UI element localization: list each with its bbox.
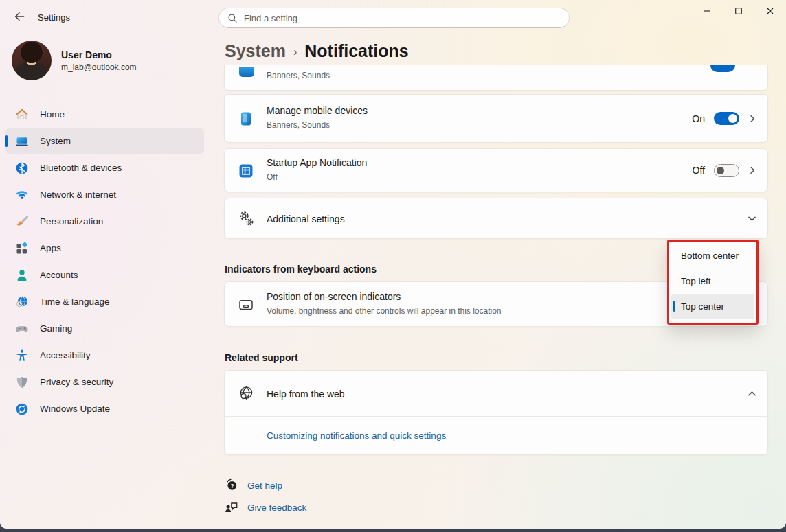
clipped-setting-card[interactable]: Banners, Sounds <box>224 65 768 91</box>
get-help-label: Get help <box>247 481 282 491</box>
give-feedback-label: Give feedback <box>247 502 306 513</box>
sidebar-item-accounts[interactable]: Accounts <box>5 262 204 288</box>
minimize-button[interactable] <box>691 0 723 23</box>
sidebar-item-home[interactable]: Home <box>5 102 204 127</box>
search-icon <box>227 13 238 23</box>
sidebar-item-label: Home <box>40 109 65 119</box>
sidebar-item-label: Windows Update <box>40 404 110 414</box>
toggle-state-label: On <box>692 113 705 124</box>
sidebar-item-accessibility[interactable]: Accessibility <box>5 343 204 368</box>
maximize-button[interactable] <box>723 0 754 23</box>
sidebar-item-label: Gaming <box>40 323 72 334</box>
privacy-shield-icon <box>15 375 29 389</box>
gaming-icon <box>15 322 29 336</box>
dropdown-option-top-left[interactable]: Top left <box>671 268 754 294</box>
minimize-icon <box>703 7 711 17</box>
personalization-icon <box>15 215 29 229</box>
help-from-web-header-row[interactable]: Help from the web <box>225 371 767 417</box>
window-title: Settings <box>38 12 70 23</box>
section-header-indicators: Indicators from keyboard actions <box>225 264 377 275</box>
accessibility-icon <box>15 349 29 362</box>
dropdown-option-label: Bottom center <box>681 251 739 261</box>
time-language-icon <box>15 295 29 309</box>
help-from-web-card: Help from the web Customizing notificati… <box>224 370 768 455</box>
sidebar-item-time-language[interactable]: Time & language <box>5 289 204 314</box>
sidebar-item-gaming[interactable]: Gaming <box>5 316 204 341</box>
network-icon <box>15 188 29 202</box>
additional-settings-row[interactable]: Additional settings <box>224 198 768 239</box>
sidebar-item-label: Bluetooth & devices <box>40 163 122 173</box>
dropdown-option-label: Top center <box>681 301 724 312</box>
chevron-right-icon <box>748 115 756 123</box>
search-box <box>218 8 570 28</box>
home-icon <box>15 108 29 122</box>
sidebar-item-label: Accounts <box>40 270 78 280</box>
windows-update-icon <box>15 402 29 416</box>
setting-title: Help from the web <box>267 389 345 400</box>
sidebar-item-label: Time & language <box>40 297 110 307</box>
sidebar-item-label: Accessibility <box>40 350 91 360</box>
give-feedback-link[interactable]: Give feedback <box>224 500 306 515</box>
sidebar-item-system[interactable]: System <box>5 128 204 154</box>
bluetooth-icon <box>15 161 29 175</box>
sidebar-item-privacy-security[interactable]: Privacy & security <box>5 369 204 395</box>
sidebar-item-label: Privacy & security <box>40 377 113 387</box>
chevron-right-icon <box>748 166 756 174</box>
clipped-app-icon <box>239 67 254 77</box>
annotation-rectangle: Bottom center Top left Top center <box>667 240 759 325</box>
give-feedback-icon <box>224 500 238 515</box>
window-controls <box>691 0 786 23</box>
startup-app-icon <box>238 163 254 182</box>
sidebar-item-windows-update[interactable]: Windows Update <box>5 396 204 421</box>
sidebar-nav: Home System Bluetooth & devices Network … <box>5 100 204 423</box>
system-icon <box>15 135 29 148</box>
startup-app-notification-row[interactable]: Startup App Notification Off Off <box>224 148 768 192</box>
user-profile[interactable]: User Demo m_lab@outlook.com <box>12 41 137 80</box>
mobile-device-icon <box>238 111 254 130</box>
get-help-link[interactable]: ? Get help <box>225 478 282 492</box>
gears-icon <box>238 210 255 230</box>
accounts-icon <box>15 268 29 282</box>
setting-title: Manage mobile devices <box>267 105 368 116</box>
user-avatar <box>12 41 52 80</box>
sidebar-item-label: System <box>40 136 71 146</box>
help-link-customizing-notifications[interactable]: Customizing notifications and quick sett… <box>267 430 446 441</box>
manage-mobile-devices-row[interactable]: Manage mobile devices Banners, Sounds On <box>224 94 768 143</box>
sidebar-item-apps[interactable]: Apps <box>5 235 204 261</box>
on-screen-indicator-icon <box>238 297 254 316</box>
sidebar-item-label: Apps <box>40 243 61 253</box>
setting-subtitle: Banners, Sounds <box>267 71 330 80</box>
setting-subtitle: Off <box>267 172 367 182</box>
back-button[interactable] <box>8 7 30 27</box>
maximize-icon <box>734 7 743 17</box>
search-input[interactable] <box>244 13 561 23</box>
globe-search-icon <box>238 385 255 405</box>
section-header-related-support: Related support <box>225 352 298 363</box>
sidebar-item-label: Network & internet <box>40 189 116 200</box>
chevron-down-icon <box>748 214 756 223</box>
setting-subtitle: Volume, brightness and other controls wi… <box>267 306 502 316</box>
breadcrumb-separator: › <box>293 44 297 58</box>
apps-icon <box>15 242 29 255</box>
breadcrumb-system[interactable]: System <box>225 41 286 61</box>
svg-text:?: ? <box>230 483 234 489</box>
breadcrumb: System › Notifications <box>225 41 409 61</box>
startup-app-toggle[interactable] <box>714 164 739 177</box>
position-dropdown-flyout: Bottom center Top left Top center <box>669 242 756 323</box>
clipped-toggle[interactable] <box>710 65 735 72</box>
sidebar-item-bluetooth-devices[interactable]: Bluetooth & devices <box>5 155 204 181</box>
sidebar-item-personalization[interactable]: Personalization <box>5 209 204 234</box>
dropdown-option-bottom-center[interactable]: Bottom center <box>671 243 754 268</box>
sidebar-item-network-internet[interactable]: Network & internet <box>5 182 204 207</box>
manage-mobile-toggle[interactable] <box>714 112 739 125</box>
setting-subtitle: Banners, Sounds <box>267 120 368 130</box>
sidebar-item-label: Personalization <box>40 216 103 227</box>
setting-title: Additional settings <box>267 213 345 224</box>
setting-title: Startup App Notification <box>267 157 367 168</box>
get-help-icon: ? <box>225 478 238 492</box>
close-button[interactable] <box>754 0 786 23</box>
dropdown-option-top-center[interactable]: Top center <box>671 294 754 319</box>
chevron-up-icon <box>748 389 756 398</box>
page-title: Notifications <box>304 41 408 61</box>
user-name: User Demo <box>61 49 137 60</box>
